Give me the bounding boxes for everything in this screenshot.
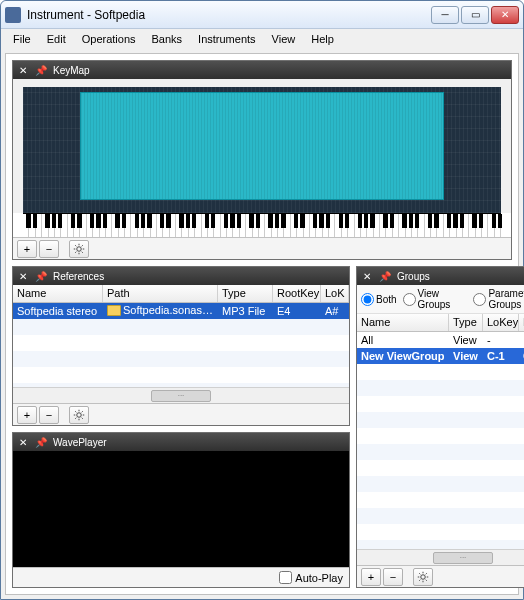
add-button[interactable]: + xyxy=(17,240,37,258)
menu-view[interactable]: View xyxy=(264,31,304,47)
gear-icon[interactable] xyxy=(413,568,433,586)
group-row[interactable]: New ViewGroup View C-1 G9 0 xyxy=(357,348,524,364)
keymap-region[interactable] xyxy=(80,92,443,200)
keymap-canvas[interactable] xyxy=(23,87,501,213)
references-toolbar: + − xyxy=(13,403,349,425)
gear-icon[interactable] xyxy=(69,406,89,424)
keymap-header[interactable]: ✕ 📌 KeyMap xyxy=(13,61,511,79)
pin-icon[interactable]: 📌 xyxy=(35,65,47,76)
close-button[interactable]: ✕ xyxy=(491,6,519,24)
reference-row[interactable]: Softpedia stereo Softpedia.sonass▾ MP3 F… xyxy=(13,303,349,319)
pin-icon[interactable]: 📌 xyxy=(379,271,391,282)
remove-button[interactable]: − xyxy=(383,568,403,586)
groups-toolbar: + − xyxy=(357,565,524,587)
titlebar[interactable]: Instrument - Softpedia ─ ▭ ✕ xyxy=(1,1,523,29)
col-name[interactable]: Name xyxy=(357,314,449,331)
piano-keyboard[interactable]: document.write(Array.from({length:75},(_… xyxy=(23,213,501,237)
ref-type: MP3 File xyxy=(218,305,273,317)
menubar: File Edit Operations Banks Instruments V… xyxy=(1,29,523,49)
menu-edit[interactable]: Edit xyxy=(39,31,74,47)
app-window: Instrument - Softpedia ─ ▭ ✕ File Edit O… xyxy=(0,0,524,600)
add-button[interactable]: + xyxy=(361,568,381,586)
groups-body: Name Type LoKey HiKey Lo All View - xyxy=(357,314,524,565)
col-path[interactable]: Path xyxy=(103,285,218,302)
references-panel: ✕ 📌 References Name Path Type RootKey Lo… xyxy=(12,266,350,426)
waveplayer-header[interactable]: ✕ 📌 WavePlayer xyxy=(13,433,349,451)
col-lokey[interactable]: LoKey xyxy=(483,314,519,331)
ref-path: Softpedia.sonass▾ xyxy=(103,304,218,319)
keymap-title: KeyMap xyxy=(53,65,90,76)
references-hscroll[interactable]: ··· xyxy=(13,387,349,403)
col-lok[interactable]: LoK xyxy=(321,285,349,302)
close-icon[interactable]: ✕ xyxy=(17,437,29,448)
app-icon xyxy=(5,7,21,23)
groups-hscroll[interactable]: ··· xyxy=(357,549,524,565)
svg-point-1 xyxy=(77,412,82,417)
ref-name: Softpedia stereo xyxy=(13,305,103,317)
groups-filter: Both View Groups Parameter Groups xyxy=(357,285,524,314)
remove-button[interactable]: − xyxy=(39,406,59,424)
ref-lok: A# xyxy=(321,305,349,317)
col-hikey[interactable]: HiKey xyxy=(519,314,524,331)
scroll-thumb[interactable]: ··· xyxy=(151,390,211,402)
menu-help[interactable]: Help xyxy=(303,31,342,47)
menu-operations[interactable]: Operations xyxy=(74,31,144,47)
references-columns[interactable]: Name Path Type RootKey LoK xyxy=(13,285,349,303)
references-title: References xyxy=(53,271,104,282)
radio-parameter-groups[interactable]: Parameter Groups xyxy=(473,288,524,310)
minimize-button[interactable]: ─ xyxy=(431,6,459,24)
groups-panel: ✕ 📌 Groups Both View Groups Parameter Gr… xyxy=(356,266,524,588)
waveplayer-panel: ✕ 📌 WavePlayer Auto-Play xyxy=(12,432,350,588)
waveplayer-body[interactable] xyxy=(13,451,349,567)
keymap-body[interactable] xyxy=(13,79,511,213)
keymap-toolbar: + − xyxy=(13,237,511,259)
close-icon[interactable]: ✕ xyxy=(361,271,373,282)
menu-instruments[interactable]: Instruments xyxy=(190,31,263,47)
radio-both[interactable]: Both xyxy=(361,293,397,306)
menu-banks[interactable]: Banks xyxy=(144,31,191,47)
remove-button[interactable]: − xyxy=(39,240,59,258)
ref-rootkey: E4 xyxy=(273,305,321,317)
menu-file[interactable]: File xyxy=(5,31,39,47)
scroll-thumb[interactable]: ··· xyxy=(433,552,493,564)
col-rootkey[interactable]: RootKey xyxy=(273,285,321,302)
groups-columns[interactable]: Name Type LoKey HiKey Lo xyxy=(357,314,524,332)
keymap-panel: ✕ 📌 KeyMap document.write(Array.from({le… xyxy=(12,60,512,260)
groups-header[interactable]: ✕ 📌 Groups xyxy=(357,267,524,285)
autoplay-input[interactable] xyxy=(279,571,292,584)
group-row[interactable]: All View - xyxy=(357,332,524,348)
maximize-button[interactable]: ▭ xyxy=(461,6,489,24)
autoplay-checkbox[interactable]: Auto-Play xyxy=(279,571,343,584)
groups-title: Groups xyxy=(397,271,430,282)
folder-icon xyxy=(107,305,121,316)
pin-icon[interactable]: 📌 xyxy=(35,437,47,448)
svg-point-2 xyxy=(421,574,426,579)
radio-view-groups[interactable]: View Groups xyxy=(403,288,468,310)
waveplayer-title: WavePlayer xyxy=(53,437,107,448)
close-icon[interactable]: ✕ xyxy=(17,65,29,76)
window-title: Instrument - Softpedia xyxy=(27,8,431,22)
references-body: Name Path Type RootKey LoK Softpedia ste… xyxy=(13,285,349,403)
add-button[interactable]: + xyxy=(17,406,37,424)
gear-icon[interactable] xyxy=(69,240,89,258)
close-icon[interactable]: ✕ xyxy=(17,271,29,282)
col-type[interactable]: Type xyxy=(449,314,483,331)
worksurface: ✕ 📌 KeyMap document.write(Array.from({le… xyxy=(5,53,519,595)
col-type[interactable]: Type xyxy=(218,285,273,302)
col-name[interactable]: Name xyxy=(13,285,103,302)
waveplayer-footer: Auto-Play xyxy=(13,567,349,587)
svg-point-0 xyxy=(77,246,82,251)
references-header[interactable]: ✕ 📌 References xyxy=(13,267,349,285)
pin-icon[interactable]: 📌 xyxy=(35,271,47,282)
